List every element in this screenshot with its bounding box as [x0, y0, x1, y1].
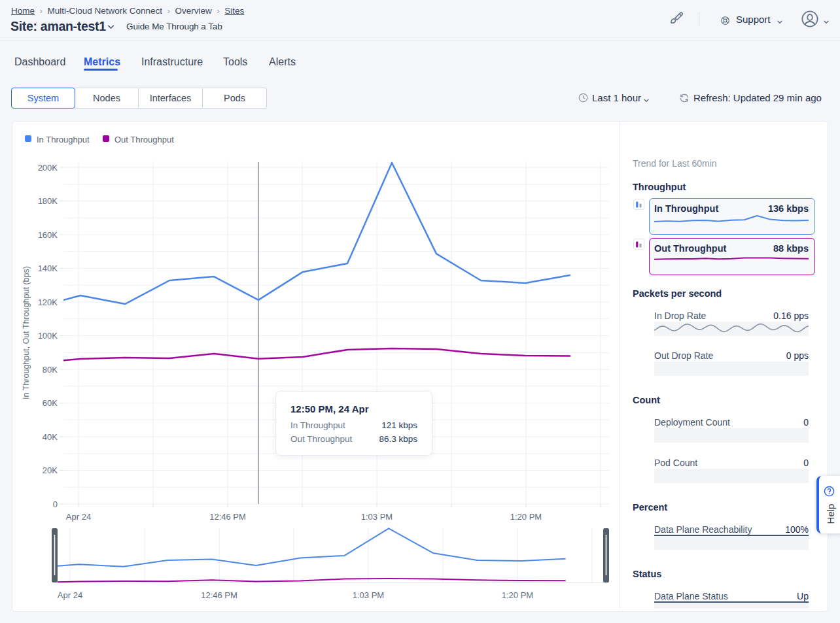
svg-text:1:20 PM: 1:20 PM [510, 512, 542, 522]
svg-text:80K: 80K [43, 365, 58, 375]
svg-text:40K: 40K [43, 432, 58, 442]
svg-text:Apr 24: Apr 24 [58, 590, 82, 600]
svg-text:60K: 60K [43, 398, 58, 408]
svg-text:200K: 200K [38, 163, 58, 173]
svg-text:180K: 180K [38, 196, 58, 206]
svg-text:12:46 PM: 12:46 PM [201, 590, 237, 600]
svg-text:100K: 100K [38, 331, 58, 341]
svg-text:1:03 PM: 1:03 PM [353, 590, 384, 600]
svg-text:1:20 PM: 1:20 PM [502, 590, 533, 600]
svg-text:12:46 PM: 12:46 PM [209, 512, 246, 522]
svg-text:Apr 24: Apr 24 [66, 512, 91, 522]
svg-text:20K: 20K [43, 465, 58, 475]
svg-text:140K: 140K [38, 263, 58, 273]
svg-text:In Throughput, Out Throughput: In Throughput, Out Throughput (bps) [22, 266, 31, 399]
svg-text:1:03 PM: 1:03 PM [361, 512, 393, 522]
svg-text:120K: 120K [38, 297, 58, 307]
svg-text:160K: 160K [38, 230, 58, 240]
svg-text:0: 0 [53, 499, 58, 509]
